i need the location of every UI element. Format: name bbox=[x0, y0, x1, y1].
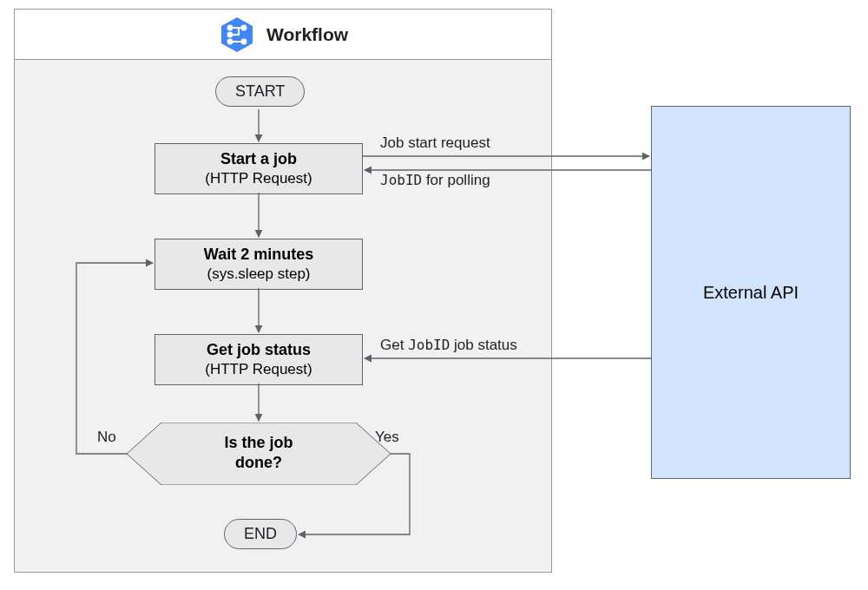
getstatus-post: job status bbox=[450, 337, 517, 353]
edge-label-yes: Yes bbox=[375, 429, 399, 446]
edge-label-jobid-polling: JobID for polling bbox=[380, 172, 490, 189]
jobid-code-1: JobID bbox=[380, 172, 422, 188]
external-api-label: External API bbox=[703, 283, 799, 303]
wait-title: Wait 2 minutes bbox=[164, 245, 353, 265]
decision-node: Is the job done? bbox=[127, 423, 391, 485]
get-status-step: Get job status (HTTP Request) bbox=[155, 334, 363, 385]
workflow-title: Workflow bbox=[266, 24, 348, 45]
workflow-header: Workflow bbox=[15, 10, 551, 60]
decision-text: Is the job done? bbox=[189, 433, 328, 472]
edge-label-get-jobid-status: Get JobID job status bbox=[380, 337, 517, 354]
wait-step: Wait 2 minutes (sys.sleep step) bbox=[155, 239, 363, 290]
get-status-sub: (HTTP Request) bbox=[164, 360, 353, 379]
decision-line2: done? bbox=[235, 454, 282, 471]
decision-line1: Is the job bbox=[224, 434, 293, 451]
edge-label-no: No bbox=[97, 429, 116, 446]
start-job-step: Start a job (HTTP Request) bbox=[155, 143, 363, 194]
start-job-title: Start a job bbox=[164, 149, 353, 169]
start-job-sub: (HTTP Request) bbox=[164, 169, 353, 188]
svg-point-2 bbox=[242, 25, 247, 30]
wait-sub: (sys.sleep step) bbox=[164, 265, 353, 284]
start-label: START bbox=[235, 82, 285, 101]
external-api-box: External API bbox=[651, 106, 851, 479]
edge-label-job-start-request: Job start request bbox=[380, 134, 490, 152]
end-label: END bbox=[244, 525, 277, 543]
jobid-code-2: JobID bbox=[408, 337, 450, 353]
getstatus-pre: Get bbox=[380, 337, 408, 353]
svg-point-5 bbox=[242, 39, 247, 43]
start-node: START bbox=[215, 76, 305, 107]
jobid-post: for polling bbox=[422, 172, 490, 188]
end-node: END bbox=[224, 519, 297, 549]
get-status-title: Get job status bbox=[164, 340, 353, 360]
workflow-icon bbox=[218, 16, 256, 54]
